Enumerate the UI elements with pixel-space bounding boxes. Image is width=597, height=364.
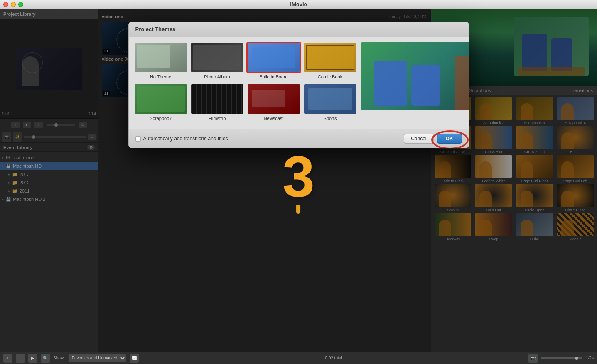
theme-thumbnail bbox=[303, 83, 357, 115]
theme-thumbnail bbox=[134, 83, 188, 115]
ok-button[interactable]: OK bbox=[437, 134, 462, 144]
theme-label: Photo Album bbox=[204, 74, 230, 79]
window-controls[interactable] bbox=[3, 2, 23, 7]
theme-label: Scrapbook bbox=[150, 116, 172, 121]
theme-image bbox=[304, 43, 356, 72]
cancel-button[interactable]: Cancel bbox=[404, 134, 433, 144]
theme-thumbnail bbox=[247, 83, 301, 115]
titlebar: iMovie bbox=[0, 0, 597, 9]
camera-button[interactable]: 📷 bbox=[528, 354, 538, 363]
number-pin bbox=[297, 205, 301, 214]
speed-slider[interactable] bbox=[541, 357, 582, 359]
dialog-header: Project Themes bbox=[129, 22, 469, 37]
number-overlay: 3 bbox=[283, 147, 315, 214]
total-label: 0:02 total bbox=[142, 356, 525, 360]
minimize-button[interactable] bbox=[11, 2, 16, 7]
theme-image bbox=[191, 84, 243, 114]
theme-label: Filmstrip bbox=[209, 116, 226, 121]
themes-grid: No Theme Photo Album bbox=[134, 42, 357, 121]
play-button[interactable]: ▶ bbox=[28, 354, 37, 363]
speed-thumb bbox=[575, 357, 578, 360]
checkbox-row: Automatically add transitions and titles bbox=[135, 136, 228, 142]
ok-button-wrapper: OK bbox=[437, 134, 462, 144]
theme-image bbox=[135, 84, 187, 114]
dialog-body: No Theme Photo Album bbox=[129, 37, 469, 129]
maximize-button[interactable] bbox=[18, 2, 23, 7]
delete-button[interactable]: − bbox=[16, 354, 25, 363]
theme-label: Newscast bbox=[264, 116, 284, 121]
project-themes-dialog: Project Themes bbox=[128, 22, 469, 148]
theme-thumbnail bbox=[190, 42, 244, 73]
step-number: 3 bbox=[283, 147, 315, 205]
show-select[interactable]: Favorites and Unmarked bbox=[68, 354, 126, 362]
theme-item-no-theme[interactable]: No Theme bbox=[134, 42, 188, 79]
auto-transitions-checkbox[interactable] bbox=[135, 136, 141, 142]
theme-label: Comic Book bbox=[318, 74, 342, 79]
theme-label: Sports bbox=[324, 116, 337, 121]
theme-image bbox=[248, 43, 300, 72]
add-button[interactable]: + bbox=[3, 354, 12, 363]
dialog-overlay: Project Themes bbox=[0, 9, 597, 352]
themes-section: No Theme Photo Album bbox=[134, 42, 357, 124]
theme-thumbnail bbox=[303, 42, 357, 73]
theme-label: Bulletin Board bbox=[259, 74, 288, 79]
theme-item-scrapbook[interactable]: Scrapbook bbox=[134, 83, 188, 121]
checkbox-label: Automatically add transitions and titles bbox=[143, 136, 228, 142]
theme-item-newscast[interactable]: Newscast bbox=[247, 83, 301, 121]
theme-image bbox=[135, 43, 187, 72]
app-title: iMovie bbox=[290, 1, 307, 7]
preview-image bbox=[361, 42, 469, 110]
theme-image bbox=[191, 43, 243, 72]
theme-image bbox=[248, 84, 300, 114]
graph-button[interactable]: 📈 bbox=[130, 354, 139, 363]
show-label: Show: bbox=[53, 356, 65, 360]
theme-item-comic-book[interactable]: Comic Book bbox=[303, 42, 357, 79]
theme-image bbox=[304, 84, 356, 114]
close-button[interactable] bbox=[3, 2, 8, 7]
dialog-buttons: Cancel OK bbox=[404, 134, 462, 144]
dialog-title: Project Themes bbox=[135, 26, 176, 32]
theme-item-bulletin-board[interactable]: Bulletin Board bbox=[247, 42, 301, 79]
theme-item-sports[interactable]: Sports bbox=[303, 83, 357, 121]
speed-label: 1/2s bbox=[586, 356, 594, 360]
theme-label: No Theme bbox=[150, 74, 171, 79]
zoom-button[interactable]: 🔍 bbox=[41, 354, 50, 363]
theme-thumbnail bbox=[247, 42, 301, 73]
theme-item-photo-album[interactable]: Photo Album bbox=[190, 42, 244, 79]
theme-item-filmstrip[interactable]: Filmstrip bbox=[190, 83, 244, 121]
bottom-toolbar: + − ▶ 🔍 Show: Favorites and Unmarked 📈 0… bbox=[0, 352, 597, 364]
theme-thumbnail bbox=[134, 42, 188, 73]
dialog-footer: Automatically add transitions and titles… bbox=[129, 129, 469, 148]
theme-thumbnail bbox=[190, 83, 244, 115]
